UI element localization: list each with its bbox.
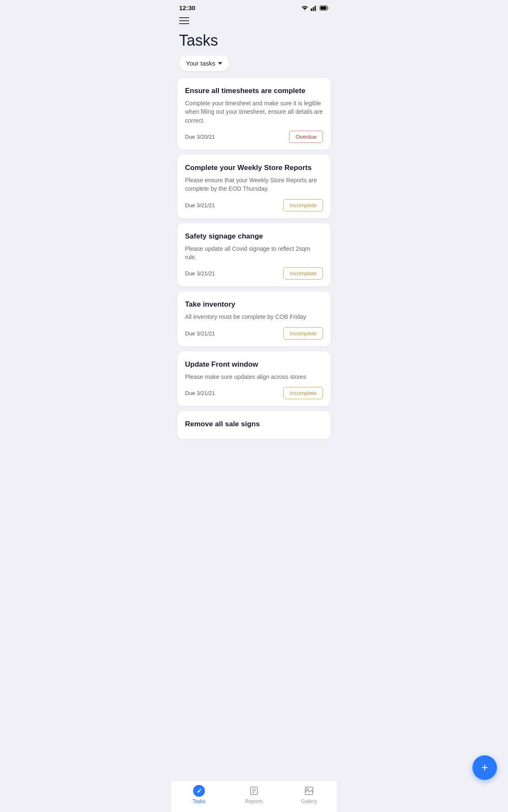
wifi-icon [301,5,309,11]
filter-label: Your tasks [186,60,215,67]
hamburger-line-3 [179,23,189,24]
task-card[interactable]: Update Front window Please make sure upd… [177,351,331,406]
svg-rect-0 [311,8,312,11]
task-description: Please ensure that your Weekly Store Rep… [185,176,323,193]
status-badge: Incomplete [283,267,323,280]
svg-rect-2 [315,6,316,11]
status-badge: Incomplete [283,327,323,340]
status-time: 12:30 [179,4,195,11]
status-icons [301,5,329,11]
task-footer: Due 3/21/21 Incomplete [185,199,323,211]
status-badge: Incomplete [283,387,323,399]
task-description: Please update all Covid signage to refle… [185,244,323,262]
svg-rect-5 [320,6,326,10]
svg-rect-3 [317,5,318,11]
status-badge: Overdue [289,131,323,143]
task-title: Take inventory [185,300,323,309]
page-title: Tasks [171,26,337,55]
task-description: Complete your timesheet and make sure it… [185,99,323,125]
task-footer: Due 3/20/21 Overdue [185,131,323,143]
task-description: Please make sure updates align across st… [185,373,323,381]
task-description: All inventory must be complete by COB Fr… [185,313,323,321]
task-card[interactable]: Remove all sale signs [177,411,331,439]
status-bar: 12:30 [171,0,337,14]
hamburger-line-2 [179,20,189,21]
task-footer: Due 3/21/21 Incomplete [185,327,323,340]
task-title: Update Front window [185,360,323,369]
hamburger-line-1 [179,17,189,18]
hamburger-menu[interactable] [179,17,189,24]
signal-icon [311,5,318,11]
status-badge: Incomplete [283,199,323,211]
tasks-list: Ensure all timesheets are complete Compl… [171,78,337,481]
your-tasks-dropdown[interactable]: Your tasks [179,55,229,71]
top-bar [171,14,337,26]
task-title: Complete your Weekly Store Reports [185,163,323,173]
task-card[interactable]: Ensure all timesheets are complete Compl… [177,78,331,150]
task-title: Remove all sale signs [185,420,323,429]
task-due-date: Due 3/21/21 [185,330,215,337]
filter-section: Your tasks [171,55,337,78]
task-due-date: Due 3/21/21 [185,390,215,396]
task-card[interactable]: Take inventory All inventory must be com… [177,291,331,346]
task-title: Safety signage change [185,232,323,241]
task-footer: Due 3/21/21 Incomplete [185,267,323,280]
battery-icon [320,5,329,11]
task-card[interactable]: Safety signage change Please update all … [177,223,331,287]
task-footer: Due 3/21/21 Incomplete [185,387,323,399]
svg-rect-1 [313,7,314,11]
task-due-date: Due 3/21/21 [185,202,215,208]
task-title: Ensure all timesheets are complete [185,86,323,96]
task-card[interactable]: Complete your Weekly Store Reports Pleas… [177,155,331,218]
task-due-date: Due 3/21/21 [185,270,215,277]
chevron-down-icon [218,62,222,65]
task-due-date: Due 3/20/21 [185,134,215,140]
